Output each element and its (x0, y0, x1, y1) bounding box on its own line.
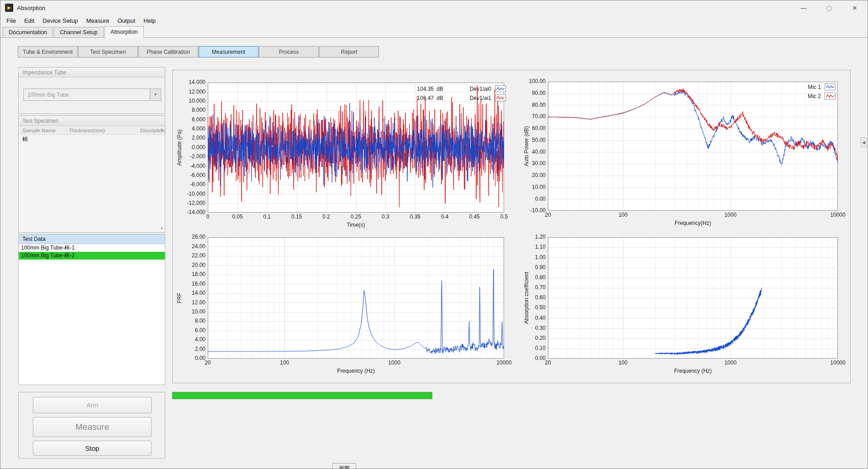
channel-readout: 106.47 dB Dev1/ai1 (413, 94, 506, 102)
progress-fill (173, 392, 432, 399)
absorption-chart (520, 234, 851, 382)
channel-name: Dev1/ai1 (465, 95, 491, 101)
stop-button[interactable]: Stop (33, 441, 152, 456)
subtab[interactable]: Test Specimen (78, 46, 138, 57)
maximize-button[interactable]: ▢ (816, 0, 842, 15)
scroll-up-icon[interactable]: ▲ (160, 128, 163, 131)
app-icon: ▶ (5, 4, 13, 12)
auto-power-chart: Mic 1 Mic 2 (520, 74, 851, 234)
maximize-icon: ▢ (826, 5, 832, 11)
time-chart-legend: 104.35 dB Dev1/ai0 106.47 dB Dev1/ai1 (413, 85, 506, 102)
test-specimen-columns: Sample NameThickness(mm)Discription (19, 126, 165, 135)
waveform-legend-icon[interactable] (825, 83, 836, 90)
level-value: 104.35 (413, 86, 434, 92)
main-tab-bar: DocumentationChannel SetupAbsorption (0, 26, 868, 38)
title-bar: ▶ Absorption — ▢ ✕ (0, 0, 868, 15)
measure-button[interactable]: Measure (33, 417, 152, 437)
menu-item[interactable]: Device Setup (38, 16, 82, 26)
channel-name: Dev1/ai0 (465, 86, 491, 92)
chevron-down-icon[interactable]: ▼ (150, 89, 161, 100)
subtab[interactable]: Report (319, 46, 379, 57)
level-unit: dB (437, 95, 447, 101)
legend-label: Mic 1 (808, 84, 821, 90)
minimize-button[interactable]: — (791, 0, 816, 15)
splitter-collapse-button[interactable]: ◀ (861, 137, 867, 147)
main-tab[interactable]: Absorption (105, 26, 144, 38)
menu-item[interactable]: Help (139, 16, 160, 26)
column-header: Thickness(mm) (65, 128, 137, 133)
close-button[interactable]: ✕ (842, 0, 868, 15)
test-data-title: Test Data (19, 234, 165, 244)
progress-bar (172, 392, 432, 399)
subtab[interactable]: Tube & Environment (18, 46, 78, 57)
level-value: 106.47 (413, 95, 434, 101)
subtab[interactable]: Measurement (199, 46, 258, 57)
bottom-tab[interactable]: 画图 (332, 463, 356, 469)
test-data-list: 100mm Big Tube-棉-1100mm Big Tube-棉-2 (19, 244, 165, 385)
absorption-canvas (520, 234, 851, 382)
legend-label: Mic 2 (808, 93, 821, 99)
subtab[interactable]: Phase Calibration (138, 46, 198, 57)
menu-item[interactable]: File (2, 16, 20, 26)
frf-canvas (173, 234, 514, 382)
legend-entry: Mic 1 (808, 83, 836, 91)
level-unit: dB (437, 86, 447, 92)
auto-power-legend: Mic 1 Mic 2 (808, 83, 836, 100)
test-data-item[interactable]: 100mm Big Tube-棉-1 (19, 244, 165, 252)
test-data-group: Test Data 100mm Big Tube-棉-1100mm Big Tu… (18, 234, 165, 385)
waveform-legend-icon[interactable] (495, 85, 506, 92)
menu-item[interactable]: Output (113, 16, 139, 26)
scroll-down-icon[interactable]: ▼ (160, 227, 163, 230)
test-specimen-group: Test Specimen Sample NameThickness(mm)Di… (18, 115, 165, 233)
impedance-tube-select[interactable]: 100mm Big Tube ▼ (23, 89, 161, 101)
play-icon: ▶ (7, 5, 11, 10)
close-icon: ✕ (852, 5, 857, 11)
menu-item[interactable]: Edit (20, 16, 38, 26)
collapse-left-icon: ◀ (862, 141, 865, 145)
app-window: ▶ Absorption — ▢ ✕ FileEditDevice SetupM… (0, 0, 868, 469)
impedance-tube-group: Impendance Tube 100mm Big Tube ▼ (18, 67, 165, 114)
menu-item[interactable]: Measure (82, 16, 114, 26)
menu-bar: FileEditDevice SetupMeasureOutputHelp (0, 15, 868, 26)
subtab-bar: Tube & EnvironmentTest SpecimenPhase Cal… (18, 46, 379, 57)
channel-readout: 104.35 dB Dev1/ai0 (413, 85, 506, 93)
test-specimen-title: Test Specimen (19, 116, 165, 126)
time-waveform-chart: 104.35 dB Dev1/ai0 106.47 dB Dev1/ai1 (173, 74, 514, 234)
arm-button[interactable]: Arm (33, 397, 152, 413)
charts-panel: 104.35 dB Dev1/ai0 106.47 dB Dev1/ai1 (172, 70, 851, 383)
minimize-icon: — (801, 5, 807, 11)
test-specimen-table: 棉 (19, 135, 165, 232)
subtab[interactable]: Process (259, 46, 319, 57)
frf-chart (173, 234, 514, 382)
waveform-legend-icon[interactable] (825, 93, 836, 99)
test-data-item[interactable]: 100mm Big Tube-棉-2 (19, 252, 165, 260)
table-row[interactable]: 棉 (19, 135, 165, 143)
impedance-tube-title: Impendance Tube (19, 68, 165, 78)
waveform-legend-icon[interactable] (495, 94, 506, 101)
actions-box: Arm Measure Stop (18, 392, 165, 459)
window-title: Absorption (17, 5, 45, 11)
sample-name-cell: 棉 (19, 135, 64, 143)
legend-entry: Mic 2 (808, 92, 836, 100)
main-tab[interactable]: Channel Setup (54, 27, 104, 37)
window-controls: — ▢ ✕ (791, 0, 868, 15)
main-tab[interactable]: Documentation (3, 27, 53, 37)
column-header: Sample Name (19, 128, 65, 133)
auto-power-canvas (520, 74, 851, 234)
impedance-tube-value: 100mm Big Tube (24, 92, 150, 98)
